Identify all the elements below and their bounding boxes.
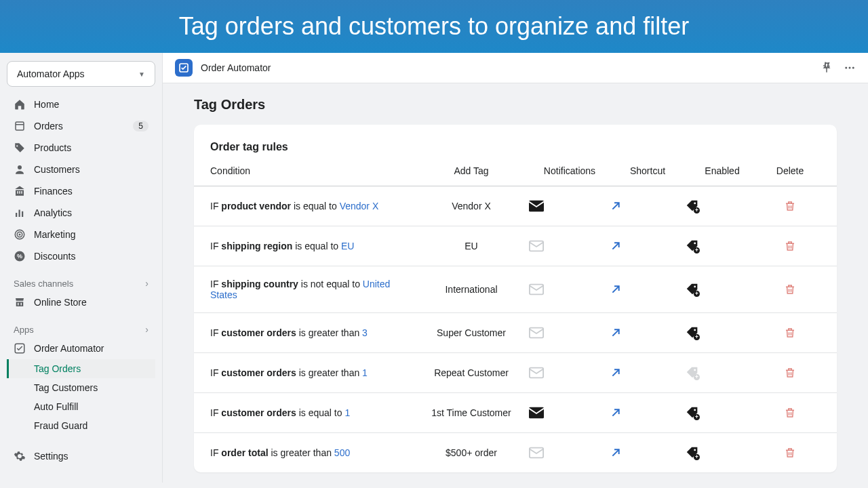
sidebar: Automator Apps ▼ Home Orders 5 Products … bbox=[0, 53, 163, 483]
delete-button[interactable] bbox=[760, 406, 821, 420]
enabled-toggle[interactable]: + bbox=[685, 325, 760, 340]
shortcut-link[interactable] bbox=[610, 367, 685, 378]
sales-channels-section[interactable]: Sales channels › bbox=[7, 271, 155, 291]
rule-tag: $500+ order bbox=[414, 447, 529, 458]
svg-text:+: + bbox=[695, 291, 698, 297]
enabled-toggle[interactable]: + bbox=[685, 445, 760, 460]
nav-label: Marketing bbox=[34, 229, 75, 240]
sidebar-item-finances[interactable]: Finances bbox=[7, 180, 155, 202]
shortcut-link[interactable] bbox=[610, 201, 685, 211]
enabled-toggle[interactable]: + bbox=[685, 282, 760, 297]
delete-button[interactable] bbox=[760, 283, 821, 296]
notification-toggle[interactable] bbox=[529, 447, 610, 459]
app-selector-label: Automator Apps bbox=[17, 68, 85, 79]
sub-item-tag-orders[interactable]: Tag Orders bbox=[7, 359, 155, 378]
sales-channels-label: Sales channels bbox=[14, 279, 73, 289]
sub-item-auto-fulfill[interactable]: Auto Fulfill bbox=[7, 397, 155, 416]
notification-toggle[interactable] bbox=[529, 407, 610, 419]
caret-down-icon: ▼ bbox=[138, 70, 145, 78]
rule-condition: IF customer orders is greater than 3 bbox=[210, 327, 414, 338]
svg-point-14 bbox=[845, 67, 847, 69]
enabled-toggle[interactable]: + bbox=[685, 365, 760, 380]
svg-rect-3 bbox=[16, 213, 17, 217]
delete-button[interactable] bbox=[760, 326, 821, 340]
main-content: Order Automator Tag Orders Order tag rul… bbox=[163, 53, 868, 483]
nav-badge: 5 bbox=[133, 121, 149, 131]
marketing-icon bbox=[14, 228, 26, 241]
svg-text:%: % bbox=[17, 253, 22, 260]
delete-button[interactable] bbox=[760, 366, 821, 380]
more-icon[interactable] bbox=[844, 62, 856, 74]
svg-point-2 bbox=[18, 165, 22, 169]
notification-toggle[interactable] bbox=[529, 283, 610, 296]
shortcut-link[interactable] bbox=[610, 284, 685, 295]
app-selector-dropdown[interactable]: Automator Apps ▼ bbox=[7, 61, 155, 87]
shortcut-link[interactable] bbox=[610, 327, 685, 338]
finances-icon bbox=[14, 185, 26, 197]
delete-button[interactable] bbox=[760, 239, 821, 253]
col-delete: Delete bbox=[760, 165, 821, 176]
sidebar-item-discounts[interactable]: % Discounts bbox=[7, 245, 155, 267]
rule-tag: EU bbox=[414, 241, 529, 251]
shortcut-link[interactable] bbox=[610, 447, 685, 458]
rules-card: Order tag rules Condition Add Tag Notifi… bbox=[194, 125, 837, 472]
col-enabled: Enabled bbox=[685, 165, 760, 176]
page-title: Tag Orders bbox=[194, 97, 837, 113]
rule-tag: Repeat Customer bbox=[414, 367, 529, 378]
chevron-right-icon: › bbox=[145, 278, 149, 289]
sidebar-item-settings[interactable]: Settings bbox=[7, 445, 155, 468]
sub-item-fraud-guard[interactable]: Fraud Guard bbox=[7, 416, 155, 435]
sub-item-tag-customers[interactable]: Tag Customers bbox=[7, 378, 155, 397]
delete-button[interactable] bbox=[760, 446, 821, 460]
sidebar-item-orders[interactable]: Orders 5 bbox=[7, 115, 155, 137]
topbar-title: Order Automator bbox=[201, 62, 271, 73]
store-icon bbox=[14, 296, 26, 308]
discounts-icon: % bbox=[14, 250, 26, 262]
col-shortcut: Shortcut bbox=[610, 165, 685, 176]
rule-condition: IF shipping region is equal to EU bbox=[210, 241, 414, 251]
enabled-toggle[interactable]: + bbox=[685, 199, 760, 214]
enabled-toggle[interactable]: + bbox=[685, 239, 760, 253]
nav-label: Products bbox=[34, 142, 71, 153]
notification-toggle[interactable] bbox=[529, 200, 610, 212]
enabled-toggle[interactable]: + bbox=[685, 405, 760, 420]
shortcut-link[interactable] bbox=[610, 241, 685, 251]
notification-toggle[interactable] bbox=[529, 327, 610, 339]
sidebar-item-order-automator[interactable]: Order Automator bbox=[7, 338, 155, 359]
rule-condition: IF product vendor is equal to Vendor X bbox=[210, 201, 414, 211]
rule-row: IF shipping country is not equal to Unit… bbox=[194, 266, 837, 313]
sidebar-item-products[interactable]: Products bbox=[7, 137, 155, 159]
rule-row: IF customer orders is greater than 1 Rep… bbox=[194, 353, 837, 393]
col-add-tag: Add Tag bbox=[414, 165, 529, 176]
rule-tag: Super Customer bbox=[414, 327, 529, 338]
notification-toggle[interactable] bbox=[529, 367, 610, 379]
notification-toggle[interactable] bbox=[529, 240, 610, 252]
rule-tag: International bbox=[414, 284, 529, 295]
analytics-icon bbox=[14, 207, 26, 219]
shortcut-link[interactable] bbox=[610, 407, 685, 418]
sidebar-item-analytics[interactable]: Analytics bbox=[7, 202, 155, 224]
apps-section[interactable]: Apps › bbox=[7, 317, 155, 338]
sidebar-item-customers[interactable]: Customers bbox=[7, 159, 155, 180]
orders-icon bbox=[14, 120, 26, 132]
rule-condition: IF customer orders is greater than 1 bbox=[210, 367, 414, 378]
apps-label: Apps bbox=[14, 325, 34, 335]
svg-text:+: + bbox=[695, 207, 698, 214]
nav-label: Order Automator bbox=[34, 343, 104, 354]
nav-label: Finances bbox=[34, 186, 73, 197]
nav-label: Orders bbox=[34, 121, 63, 131]
sidebar-item-online-store[interactable]: Online Store bbox=[7, 291, 155, 313]
rule-condition: IF customer orders is equal to 1 bbox=[210, 407, 414, 418]
pin-icon[interactable] bbox=[821, 62, 833, 74]
sidebar-item-home[interactable]: Home bbox=[7, 94, 155, 115]
delete-button[interactable] bbox=[760, 199, 821, 213]
rule-condition: IF shipping country is not equal to Unit… bbox=[210, 279, 414, 300]
app-icon bbox=[14, 342, 26, 354]
table-header-row: Condition Add Tag Notifications Shortcut… bbox=[194, 165, 837, 186]
sidebar-item-marketing[interactable]: Marketing bbox=[7, 224, 155, 245]
col-notifications: Notifications bbox=[529, 165, 610, 176]
settings-label: Settings bbox=[34, 451, 68, 462]
svg-text:+: + bbox=[695, 414, 698, 420]
app-badge-icon bbox=[175, 59, 193, 77]
nav-label: Analytics bbox=[34, 207, 72, 218]
